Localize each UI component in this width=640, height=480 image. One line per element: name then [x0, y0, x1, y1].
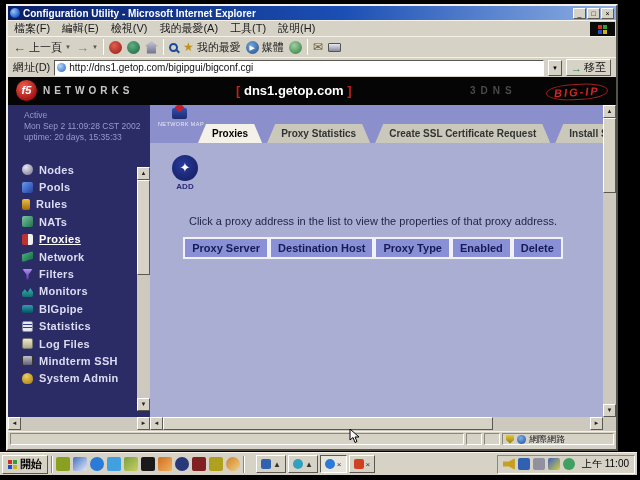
tray-icon-4[interactable]: [548, 458, 560, 470]
scrollbar-thumb[interactable]: [603, 118, 616, 193]
sidebar-item-bigpipe[interactable]: BIGpipe: [8, 300, 150, 317]
scrollbar-thumb[interactable]: [163, 417, 493, 430]
column-header-delete[interactable]: Delete: [512, 237, 563, 259]
quick-launch-icon-3[interactable]: [90, 457, 104, 471]
sidebar-item-monitors[interactable]: Monitors: [8, 283, 150, 300]
toolbar-separator: [103, 39, 104, 55]
shield-icon: [506, 435, 514, 444]
scrollbar-thumb[interactable]: [137, 180, 150, 275]
sidebar-hscrollbar[interactable]: ◄ ►: [8, 417, 150, 431]
column-header-destination-host[interactable]: Destination Host: [269, 237, 374, 259]
quick-launch-icon-6[interactable]: [141, 457, 155, 471]
media-icon: ▶: [246, 41, 259, 54]
scroll-down-icon[interactable]: ▼: [137, 398, 150, 411]
print-icon[interactable]: [328, 43, 341, 52]
status-state: Active: [24, 110, 150, 121]
sidebar-item-mindterm-ssh[interactable]: Mindterm SSH: [8, 352, 150, 369]
quick-launch-icon-10[interactable]: [209, 457, 223, 471]
address-input[interactable]: http://dns1.getop.com/bigipgui/bigconf.c…: [54, 60, 544, 76]
sidebar-item-system-admin[interactable]: System Admin: [8, 370, 150, 387]
scrollbar-corner: [603, 417, 616, 430]
device-hostname: [ dns1.getop.com ]: [236, 83, 352, 98]
favorites-label: 我的最愛: [197, 40, 241, 55]
content-pane: NETWORK MAP Proxies Proxy Statistics Cre…: [150, 105, 616, 417]
minimize-button[interactable]: _: [573, 8, 586, 19]
menu-help[interactable]: 說明(H): [278, 21, 315, 36]
sidebar-item-filters[interactable]: Filters: [8, 265, 150, 282]
column-header-proxy-server[interactable]: Proxy Server: [183, 237, 269, 259]
taskbar-clock: 上午 11:00: [582, 457, 629, 471]
go-button[interactable]: → 移至: [566, 59, 611, 76]
taskbar-button-4[interactable]: ×: [349, 455, 376, 473]
sidebar-item-proxies[interactable]: Proxies: [8, 231, 150, 248]
media-button[interactable]: ▶ 媒體: [246, 40, 284, 55]
taskbar-button-3[interactable]: ×: [320, 455, 347, 473]
tab-proxies[interactable]: Proxies: [198, 124, 262, 143]
mindterm-ssh-icon: [22, 355, 33, 366]
status-message-pane: [10, 433, 464, 445]
search-button[interactable]: [169, 43, 178, 52]
nodes-icon: [22, 164, 33, 175]
column-header-proxy-type[interactable]: Proxy Type: [374, 237, 451, 259]
stop-icon[interactable]: [109, 41, 122, 54]
tab-install-ssl-certificate[interactable]: Install SSL Certif: [555, 124, 604, 143]
desktop-screen: Configuration Utility - Microsoft Intern…: [0, 0, 640, 480]
sidebar-item-log-files[interactable]: Log Files: [8, 335, 150, 352]
sidebar-item-nodes[interactable]: Nodes: [8, 161, 150, 178]
mail-icon[interactable]: ✉: [313, 41, 323, 53]
menu-tools[interactable]: 工具(T): [230, 21, 266, 36]
history-icon[interactable]: [289, 41, 302, 54]
quick-launch-icon-8[interactable]: [175, 457, 189, 471]
forward-button[interactable]: → ▼: [76, 40, 98, 55]
network-tray-icon[interactable]: [563, 458, 575, 470]
sidebar-item-rules[interactable]: Rules: [8, 196, 150, 213]
network-map-button[interactable]: NETWORK MAP: [158, 108, 200, 127]
sidebar-scrollbar[interactable]: ▲ ▼: [137, 167, 150, 411]
sidebar: Active Mon Sep 2 11:09:28 CST 2002 uptim…: [8, 105, 150, 417]
home-icon[interactable]: [145, 41, 158, 54]
close-button[interactable]: ×: [601, 8, 614, 19]
tray-icon-3[interactable]: [533, 458, 545, 470]
quick-launch-icon-5[interactable]: [124, 457, 138, 471]
sidebar-item-nats[interactable]: NATs: [8, 213, 150, 230]
content-scrollbar[interactable]: ▲ ▼: [603, 105, 616, 417]
quick-launch-icon-11[interactable]: [226, 457, 240, 471]
quick-launch-icon-1[interactable]: [56, 457, 70, 471]
scroll-down-icon[interactable]: ▼: [603, 404, 616, 417]
favorites-button[interactable]: ★ 我的最愛: [183, 40, 241, 55]
menu-favorites[interactable]: 我的最愛(A): [159, 21, 218, 36]
content-hscrollbar[interactable]: ◄ ►: [150, 417, 616, 431]
refresh-icon[interactable]: [127, 41, 140, 54]
add-proxy-button[interactable]: ✦ ADD: [170, 155, 200, 191]
rules-icon: [22, 199, 30, 210]
address-dropdown-button[interactable]: ▼: [548, 60, 562, 76]
display-icon[interactable]: [518, 458, 530, 470]
volume-icon[interactable]: [503, 458, 515, 470]
sidebar-item-pools[interactable]: Pools: [8, 178, 150, 195]
taskbar-button-2[interactable]: ▲: [288, 455, 318, 473]
menu-file[interactable]: 檔案(F): [14, 21, 50, 36]
filters-icon: [22, 269, 33, 280]
start-button[interactable]: 開始: [2, 455, 48, 474]
back-button[interactable]: ← 上一頁 ▼: [13, 40, 71, 55]
quick-launch-icon-9[interactable]: [192, 457, 206, 471]
quick-launch-icon-7[interactable]: [158, 457, 172, 471]
menu-edit[interactable]: 編輯(E): [62, 21, 99, 36]
tab-proxy-statistics[interactable]: Proxy Statistics: [267, 124, 370, 143]
quick-launch-icon-4[interactable]: [107, 457, 121, 471]
menu-view[interactable]: 檢視(V): [111, 21, 148, 36]
scroll-left-icon[interactable]: ◄: [150, 417, 163, 430]
back-label: 上一頁: [29, 40, 62, 55]
scroll-up-icon[interactable]: ▲: [137, 167, 150, 180]
column-header-enabled[interactable]: Enabled: [451, 237, 512, 259]
tab-create-ssl-certificate-request[interactable]: Create SSL Certificate Request: [375, 124, 550, 143]
sidebar-item-statistics[interactable]: Statistics: [8, 318, 150, 335]
sidebar-item-network[interactable]: Network: [8, 248, 150, 265]
maximize-button[interactable]: □: [587, 8, 600, 19]
scroll-up-icon[interactable]: ▲: [603, 105, 616, 118]
scroll-left-icon[interactable]: ◄: [8, 417, 21, 430]
taskbar-button-1[interactable]: ▲: [256, 455, 286, 473]
quick-launch-icon-2[interactable]: [73, 457, 87, 471]
scroll-right-icon[interactable]: ►: [590, 417, 603, 430]
scroll-right-icon[interactable]: ►: [137, 417, 150, 430]
